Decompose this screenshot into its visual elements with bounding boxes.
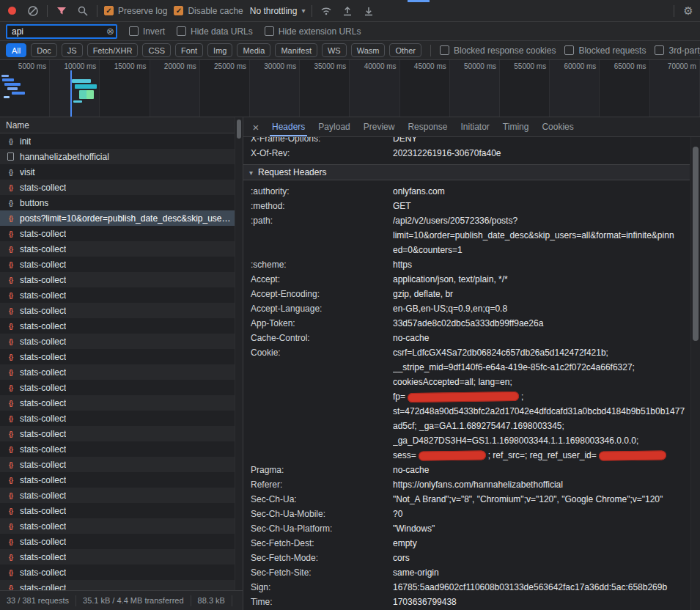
details-scrollbar[interactable] xyxy=(690,137,700,610)
resource-size: 88.3 kB xyxy=(191,595,232,606)
request-row[interactable]: {}stats-collect xyxy=(0,226,243,241)
type-filter-ws[interactable]: WS xyxy=(322,43,347,57)
export-har-button[interactable] xyxy=(361,4,376,18)
request-row[interactable]: {}stats-collect xyxy=(0,549,243,565)
hide-data-urls-checkbox[interactable]: Hide data URLs xyxy=(177,26,253,37)
timeline-tick-label: 25000 ms xyxy=(214,62,246,70)
request-row[interactable]: {}stats-collect xyxy=(0,426,243,441)
request-row[interactable]: {}stats-collect xyxy=(0,349,243,364)
request-row[interactable]: {}stats-collect xyxy=(0,272,243,287)
request-name: buttons xyxy=(20,198,48,208)
header-value-line: empty xyxy=(393,536,690,551)
name-column-header[interactable]: Name xyxy=(0,117,243,133)
timeline-column: 45000 ms xyxy=(400,60,450,117)
request-row[interactable]: {}stats-collect xyxy=(0,303,243,318)
search-button[interactable] xyxy=(75,4,90,18)
tab-initiator[interactable]: Initiator xyxy=(454,117,495,136)
tab-payload[interactable]: Payload xyxy=(312,117,356,136)
disable-cache-checkbox[interactable]: Disable cache xyxy=(174,6,243,16)
tab-timing[interactable]: Timing xyxy=(496,117,536,136)
request-list-scrollbar[interactable] xyxy=(235,117,243,590)
request-row[interactable]: {}stats-collect xyxy=(0,395,243,411)
waterfall-bar xyxy=(72,79,91,83)
header-name: Sec-Fetch-Site: xyxy=(251,565,393,580)
request-row[interactable]: {}stats-collect xyxy=(0,180,243,195)
request-row[interactable]: {}stats-collect xyxy=(0,411,243,426)
request-row[interactable]: hannahelizabethofficial xyxy=(0,149,243,164)
request-row[interactable]: {}stats-collect xyxy=(0,334,243,349)
tab-response[interactable]: Response xyxy=(401,117,454,136)
request-row[interactable]: {}stats-collect xyxy=(0,287,243,303)
request-row[interactable]: {}stats-collect xyxy=(0,503,243,518)
json-icon: {} xyxy=(6,276,15,284)
header-value-line: application/json, text/plain, */* xyxy=(393,272,690,287)
request-row[interactable]: {}init xyxy=(0,133,243,149)
request-row[interactable]: {}stats-collect xyxy=(0,364,243,380)
json-icon: {} xyxy=(6,446,15,453)
header-value: application/json, text/plain, */* xyxy=(393,272,690,287)
request-row[interactable]: {}stats-collect xyxy=(0,241,243,257)
import-har-button[interactable] xyxy=(340,4,355,18)
request-row[interactable]: {}stats-collect xyxy=(0,318,243,334)
scrollbar-thumb[interactable] xyxy=(237,120,241,139)
section-title: Request Headers xyxy=(258,167,326,177)
request-row[interactable]: {}stats-collect xyxy=(0,518,243,534)
type-filter-js[interactable]: JS xyxy=(62,43,83,57)
json-icon: {} xyxy=(6,169,15,176)
request-row[interactable]: {}stats-collect xyxy=(0,534,243,549)
tab-preview[interactable]: Preview xyxy=(357,117,402,136)
request-name: stats-collect xyxy=(20,337,66,347)
tab-cookies[interactable]: Cookies xyxy=(535,117,580,136)
waterfall-bar xyxy=(75,84,97,89)
record-icon xyxy=(8,7,16,15)
filter-input[interactable] xyxy=(6,24,117,39)
request-row[interactable]: {}stats-collect xyxy=(0,565,243,580)
type-filter-manifest[interactable]: Manifest xyxy=(275,43,317,57)
request-row[interactable]: {}stats-collect xyxy=(0,457,243,472)
request-row[interactable]: {}stats-collect xyxy=(0,472,243,488)
request-row[interactable]: {}visit xyxy=(0,164,243,180)
close-details-button[interactable]: × xyxy=(246,121,265,133)
request-row[interactable]: {}stats-collect xyxy=(0,257,243,272)
type-filter-media[interactable]: Media xyxy=(237,43,270,57)
request-row[interactable]: {}buttons xyxy=(0,195,243,210)
blocked-requests-checkbox[interactable]: Blocked requests xyxy=(564,45,646,56)
timeline-column: 65000 ms xyxy=(600,60,649,117)
request-row[interactable]: {}stats-collect xyxy=(0,380,243,395)
header-name: :scheme: xyxy=(251,257,393,272)
header-value-line: ad5cf; _ga=GA1.1.689275447.1698003345; xyxy=(393,419,690,433)
throttling-select[interactable]: No throttling ▾ xyxy=(250,6,306,16)
type-filter-all[interactable]: All xyxy=(6,43,26,57)
timeline-overview[interactable]: 5000 ms10000 ms15000 ms20000 ms25000 ms3… xyxy=(0,60,700,117)
clear-filter-icon[interactable]: ⊗ xyxy=(106,26,114,36)
type-filter-doc[interactable]: Doc xyxy=(31,43,57,57)
type-filter-img[interactable]: Img xyxy=(207,43,232,57)
request-row[interactable]: {}stats-collect xyxy=(0,580,243,590)
filter-toggle-button[interactable] xyxy=(54,4,69,18)
type-filter-other[interactable]: Other xyxy=(389,43,421,57)
type-filter-fetch-xhr[interactable]: Fetch/XHR xyxy=(87,43,139,57)
request-row[interactable]: {}stats-collect xyxy=(0,488,243,503)
request-headers-section-header[interactable]: ▾Request Headers xyxy=(243,164,690,180)
checkbox-unchecked-icon xyxy=(177,26,186,36)
third-party-requests-checkbox[interactable]: 3rd-party requests xyxy=(655,45,700,56)
clear-button[interactable] xyxy=(26,4,40,18)
type-filter-wasm[interactable]: Wasm xyxy=(351,43,386,57)
hide-extension-urls-checkbox[interactable]: Hide extension URLs xyxy=(265,26,361,37)
request-row[interactable]: {}stats-collect xyxy=(0,441,243,457)
preserve-log-checkbox[interactable]: Preserve log xyxy=(104,6,167,16)
type-filter-css[interactable]: CSS xyxy=(142,43,171,57)
header-row: :authority:onlyfans.com xyxy=(251,184,690,199)
type-filter-font[interactable]: Font xyxy=(175,43,203,57)
scrollbar-thumb[interactable] xyxy=(693,147,699,341)
record-button[interactable] xyxy=(4,4,19,18)
settings-button[interactable]: ⚙ xyxy=(681,4,696,18)
request-row[interactable]: {}posts?limit=10&order=publish_date_desc… xyxy=(0,210,243,226)
header-value-line: onlyfans.com xyxy=(393,184,690,199)
json-icon: {} xyxy=(6,492,15,499)
network-conditions-button[interactable] xyxy=(319,4,334,18)
header-row: Sec-Ch-Ua:"Not_A Brand";v="8", "Chromium… xyxy=(251,492,690,507)
invert-checkbox[interactable]: Invert xyxy=(129,26,165,37)
blocked-response-cookies-checkbox[interactable]: Blocked response cookies xyxy=(440,45,556,56)
tab-headers[interactable]: Headers xyxy=(265,117,312,136)
